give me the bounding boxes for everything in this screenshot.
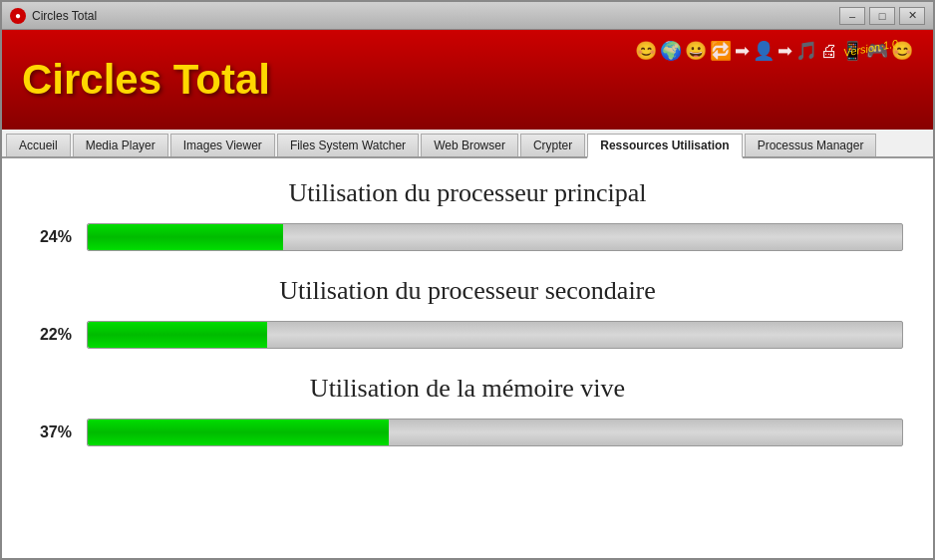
tab-accueil[interactable]: Accueil bbox=[6, 134, 71, 156]
emoji-icon-6: 👤 bbox=[753, 40, 775, 62]
tab-ressources-utilisation[interactable]: Ressources Utilisation bbox=[587, 134, 742, 158]
emoji-icon-3: 😀 bbox=[685, 40, 707, 62]
cpu1-progress-bar-fill bbox=[88, 224, 283, 250]
header-icons: 😊 🌍 😀 🔁 ➡ 👤 ➡ 🎵 🖨 📱 🎮 😊 Version 1.0 bbox=[635, 40, 913, 62]
emoji-icon-7: ➡ bbox=[778, 40, 792, 62]
title-bar: ● Circles Total – □ ✕ bbox=[2, 2, 933, 30]
emoji-icon-1: 😊 bbox=[635, 40, 657, 62]
minimize-button[interactable]: – bbox=[839, 7, 865, 25]
emoji-icon-4: 🔁 bbox=[710, 40, 732, 62]
emoji-icon-8: 🎵 bbox=[795, 40, 817, 62]
tab-media-player[interactable]: Media Player bbox=[73, 134, 168, 156]
cpu2-label: 22% bbox=[32, 326, 72, 344]
cpu2-title: Utilisation du processeur secondaire bbox=[32, 276, 903, 306]
window-title: Circles Total bbox=[32, 9, 839, 23]
tab-web-browser[interactable]: Web Browser bbox=[421, 134, 518, 156]
tab-images-viewer[interactable]: Images Viewer bbox=[170, 134, 275, 156]
ram-progress-bar-fill bbox=[88, 420, 389, 445]
emoji-icon-2: 🌍 bbox=[660, 40, 682, 62]
window-controls: – □ ✕ bbox=[839, 7, 925, 25]
cpu1-label: 24% bbox=[32, 228, 72, 246]
main-content: Utilisation du processeur principal 24% … bbox=[2, 158, 933, 558]
maximize-button[interactable]: □ bbox=[869, 7, 895, 25]
ram-title: Utilisation de la mémoire vive bbox=[32, 374, 903, 404]
tab-files-system-watcher[interactable]: Files System Watcher bbox=[277, 134, 419, 156]
cpu2-progress-bar-fill bbox=[88, 322, 267, 348]
tab-processus-manager[interactable]: Processus Manager bbox=[745, 134, 877, 156]
nav-tabs: Accueil Media Player Images Viewer Files… bbox=[2, 130, 933, 158]
tab-crypter[interactable]: Crypter bbox=[520, 134, 585, 156]
app-window: ● Circles Total – □ ✕ Circles Total 😊 🌍 … bbox=[0, 0, 935, 560]
cpu1-section: Utilisation du processeur principal 24% bbox=[32, 178, 903, 251]
cpu1-title: Utilisation du processeur principal bbox=[32, 178, 903, 208]
emoji-icon-9: 🖨 bbox=[820, 41, 838, 62]
app-title: Circles Total bbox=[22, 56, 270, 104]
ram-label: 37% bbox=[32, 423, 72, 441]
ram-section: Utilisation de la mémoire vive 37% bbox=[32, 374, 903, 446]
cpu1-progress-row: 24% bbox=[32, 223, 903, 251]
cpu1-progress-bar-container bbox=[87, 223, 903, 251]
app-header: Circles Total 😊 🌍 😀 🔁 ➡ 👤 ➡ 🎵 🖨 📱 🎮 😊 Ve… bbox=[2, 30, 933, 130]
cpu2-progress-row: 22% bbox=[32, 321, 903, 349]
cpu2-section: Utilisation du processeur secondaire 22% bbox=[32, 276, 903, 349]
emoji-icon-5: ➡ bbox=[735, 40, 750, 62]
ram-progress-row: 37% bbox=[32, 419, 903, 446]
close-button[interactable]: ✕ bbox=[899, 7, 925, 25]
ram-progress-bar-container bbox=[87, 419, 903, 446]
cpu2-progress-bar-container bbox=[87, 321, 903, 349]
app-icon: ● bbox=[10, 8, 26, 24]
